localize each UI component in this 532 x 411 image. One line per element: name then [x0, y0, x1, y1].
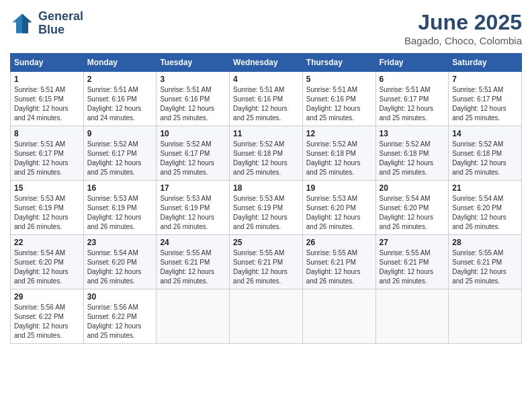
calendar-cell: 4Sunrise: 5:51 AM Sunset: 6:16 PM Daylig… [230, 72, 303, 126]
day-number: 17 [160, 183, 226, 193]
day-info: Sunrise: 5:53 AM Sunset: 6:19 PM Dayligh… [87, 194, 153, 232]
day-info: Sunrise: 5:52 AM Sunset: 6:17 PM Dayligh… [160, 140, 226, 177]
day-number: 19 [306, 183, 372, 193]
page-header: General Blue June 2025 Bagado, Choco, Co… [10, 10, 522, 46]
day-info: Sunrise: 5:51 AM Sunset: 6:17 PM Dayligh… [380, 85, 445, 123]
day-info: Sunrise: 5:53 AM Sunset: 6:19 PM Dayligh… [14, 194, 80, 232]
calendar-week-row: 1Sunrise: 5:51 AM Sunset: 6:15 PM Daylig… [11, 72, 522, 126]
calendar-cell: 8Sunrise: 5:51 AM Sunset: 6:17 PM Daylig… [11, 126, 84, 181]
calendar-cell [302, 289, 375, 344]
calendar-cell: 20Sunrise: 5:54 AM Sunset: 6:20 PM Dayli… [375, 181, 449, 235]
calendar-cell: 2Sunrise: 5:51 AM Sunset: 6:16 PM Daylig… [83, 72, 157, 126]
day-info: Sunrise: 5:51 AM Sunset: 6:16 PM Dayligh… [87, 85, 153, 123]
calendar-cell: 29Sunrise: 5:56 AM Sunset: 6:22 PM Dayli… [11, 289, 84, 344]
day-info: Sunrise: 5:51 AM Sunset: 6:16 PM Dayligh… [233, 85, 299, 123]
day-number: 24 [160, 238, 226, 247]
day-number: 14 [452, 129, 518, 138]
day-info: Sunrise: 5:55 AM Sunset: 6:21 PM Dayligh… [160, 248, 226, 286]
day-number: 8 [14, 129, 80, 138]
day-info: Sunrise: 5:55 AM Sunset: 6:21 PM Dayligh… [233, 248, 299, 286]
day-info: Sunrise: 5:56 AM Sunset: 6:22 PM Dayligh… [87, 303, 153, 340]
weekday-header: Monday [83, 54, 157, 72]
calendar-title: June 2025 [404, 10, 522, 35]
calendar-cell: 21Sunrise: 5:54 AM Sunset: 6:20 PM Dayli… [449, 181, 522, 235]
day-info: Sunrise: 5:54 AM Sunset: 6:20 PM Dayligh… [14, 248, 80, 286]
day-info: Sunrise: 5:51 AM Sunset: 6:15 PM Dayligh… [14, 85, 80, 123]
day-number: 26 [306, 238, 372, 247]
day-info: Sunrise: 5:53 AM Sunset: 6:19 PM Dayligh… [160, 194, 226, 232]
calendar-week-row: 29Sunrise: 5:56 AM Sunset: 6:22 PM Dayli… [11, 289, 522, 344]
day-info: Sunrise: 5:56 AM Sunset: 6:22 PM Dayligh… [14, 303, 80, 340]
day-info: Sunrise: 5:54 AM Sunset: 6:20 PM Dayligh… [380, 194, 445, 232]
calendar-cell: 1Sunrise: 5:51 AM Sunset: 6:15 PM Daylig… [11, 72, 84, 126]
day-number: 22 [14, 238, 80, 247]
calendar-cell: 9Sunrise: 5:52 AM Sunset: 6:17 PM Daylig… [83, 126, 157, 181]
weekday-header: Sunday [11, 54, 84, 72]
calendar-cell: 6Sunrise: 5:51 AM Sunset: 6:17 PM Daylig… [375, 72, 449, 126]
calendar-cell: 17Sunrise: 5:53 AM Sunset: 6:19 PM Dayli… [157, 181, 230, 235]
calendar-cell: 24Sunrise: 5:55 AM Sunset: 6:21 PM Dayli… [157, 235, 230, 289]
weekday-header: Tuesday [157, 54, 230, 72]
day-number: 6 [380, 75, 445, 84]
day-info: Sunrise: 5:52 AM Sunset: 6:18 PM Dayligh… [306, 140, 372, 177]
day-info: Sunrise: 5:54 AM Sunset: 6:20 PM Dayligh… [87, 248, 153, 286]
logo-text: General Blue [38, 10, 83, 37]
calendar-cell: 23Sunrise: 5:54 AM Sunset: 6:20 PM Dayli… [83, 235, 157, 289]
logo: General Blue [10, 10, 83, 37]
calendar-cell: 11Sunrise: 5:52 AM Sunset: 6:18 PM Dayli… [230, 126, 303, 181]
day-info: Sunrise: 5:55 AM Sunset: 6:21 PM Dayligh… [452, 248, 518, 286]
calendar-cell [375, 289, 449, 344]
calendar-cell: 26Sunrise: 5:55 AM Sunset: 6:21 PM Dayli… [302, 235, 375, 289]
calendar-cell: 7Sunrise: 5:51 AM Sunset: 6:17 PM Daylig… [449, 72, 522, 126]
calendar-cell: 14Sunrise: 5:52 AM Sunset: 6:18 PM Dayli… [449, 126, 522, 181]
day-number: 11 [233, 129, 299, 138]
day-number: 7 [452, 75, 518, 84]
weekday-header: Wednesday [230, 54, 303, 72]
day-info: Sunrise: 5:55 AM Sunset: 6:21 PM Dayligh… [380, 248, 445, 286]
calendar-cell: 22Sunrise: 5:54 AM Sunset: 6:20 PM Dayli… [11, 235, 84, 289]
day-number: 13 [380, 129, 445, 138]
calendar-cell: 16Sunrise: 5:53 AM Sunset: 6:19 PM Dayli… [83, 181, 157, 235]
weekday-header: Friday [375, 54, 449, 72]
calendar-week-row: 8Sunrise: 5:51 AM Sunset: 6:17 PM Daylig… [11, 126, 522, 181]
day-number: 1 [14, 75, 80, 84]
day-number: 30 [87, 292, 153, 302]
calendar-cell: 3Sunrise: 5:51 AM Sunset: 6:16 PM Daylig… [157, 72, 230, 126]
day-info: Sunrise: 5:52 AM Sunset: 6:18 PM Dayligh… [380, 140, 445, 177]
calendar-cell: 28Sunrise: 5:55 AM Sunset: 6:21 PM Dayli… [449, 235, 522, 289]
day-info: Sunrise: 5:55 AM Sunset: 6:21 PM Dayligh… [306, 248, 372, 286]
day-info: Sunrise: 5:51 AM Sunset: 6:16 PM Dayligh… [306, 85, 372, 123]
day-number: 2 [87, 75, 153, 84]
day-number: 23 [87, 238, 153, 247]
day-info: Sunrise: 5:52 AM Sunset: 6:18 PM Dayligh… [233, 140, 299, 177]
svg-marker-1 [22, 13, 32, 33]
calendar-cell: 5Sunrise: 5:51 AM Sunset: 6:16 PM Daylig… [302, 72, 375, 126]
calendar-cell: 30Sunrise: 5:56 AM Sunset: 6:22 PM Dayli… [83, 289, 157, 344]
calendar-cell: 25Sunrise: 5:55 AM Sunset: 6:21 PM Dayli… [230, 235, 303, 289]
calendar-cell: 19Sunrise: 5:53 AM Sunset: 6:20 PM Dayli… [302, 181, 375, 235]
day-number: 10 [160, 129, 226, 138]
day-info: Sunrise: 5:51 AM Sunset: 6:16 PM Dayligh… [160, 85, 226, 123]
day-info: Sunrise: 5:52 AM Sunset: 6:18 PM Dayligh… [452, 140, 518, 177]
day-number: 9 [87, 129, 153, 138]
day-info: Sunrise: 5:51 AM Sunset: 6:17 PM Dayligh… [14, 140, 80, 177]
day-number: 27 [380, 238, 445, 247]
day-number: 4 [233, 75, 299, 84]
calendar-cell: 13Sunrise: 5:52 AM Sunset: 6:18 PM Dayli… [375, 126, 449, 181]
calendar-cell [230, 289, 303, 344]
calendar-cell: 18Sunrise: 5:53 AM Sunset: 6:19 PM Dayli… [230, 181, 303, 235]
day-number: 5 [306, 75, 372, 84]
day-info: Sunrise: 5:51 AM Sunset: 6:17 PM Dayligh… [452, 85, 518, 123]
day-number: 12 [306, 129, 372, 138]
weekday-header-row: SundayMondayTuesdayWednesdayThursdayFrid… [11, 54, 522, 72]
day-info: Sunrise: 5:53 AM Sunset: 6:20 PM Dayligh… [306, 194, 372, 232]
calendar-subtitle: Bagado, Choco, Colombia [404, 35, 522, 46]
day-number: 20 [380, 183, 445, 193]
calendar-table: SundayMondayTuesdayWednesdayThursdayFrid… [10, 53, 522, 344]
day-number: 16 [87, 183, 153, 193]
calendar-cell: 27Sunrise: 5:55 AM Sunset: 6:21 PM Dayli… [375, 235, 449, 289]
calendar-week-row: 22Sunrise: 5:54 AM Sunset: 6:20 PM Dayli… [11, 235, 522, 289]
day-info: Sunrise: 5:54 AM Sunset: 6:20 PM Dayligh… [452, 194, 518, 232]
weekday-header: Saturday [449, 54, 522, 72]
calendar-cell: 10Sunrise: 5:52 AM Sunset: 6:17 PM Dayli… [157, 126, 230, 181]
